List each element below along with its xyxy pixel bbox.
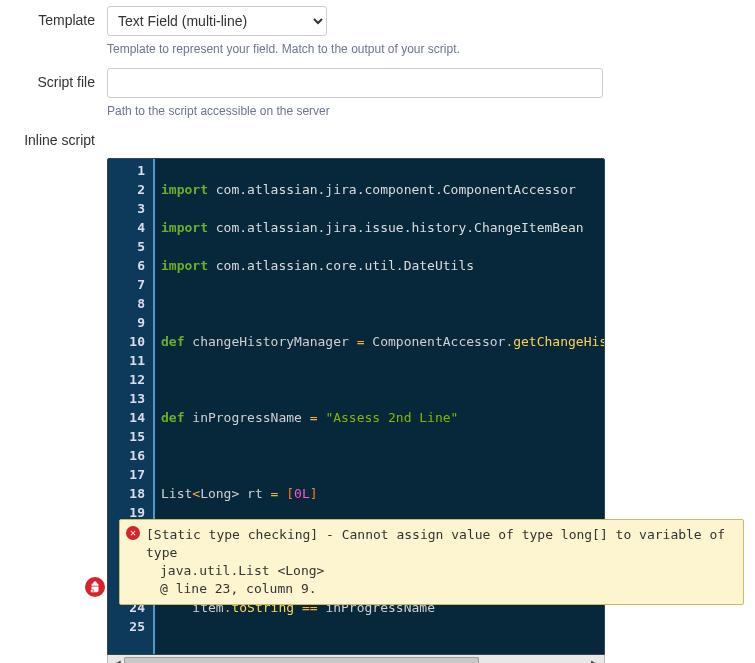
editor-horizontal-scrollbar[interactable]: ◀ ▶ xyxy=(107,655,605,663)
error-gutter-marker[interactable] xyxy=(85,577,105,597)
error-message-line: [Static type checking] - Cannot assign v… xyxy=(146,526,735,562)
scroll-left-icon[interactable]: ◀ xyxy=(110,656,124,663)
script-file-label: Script file xyxy=(0,68,107,90)
inline-script-label: Inline script xyxy=(0,130,107,148)
error-icon: ✕ xyxy=(126,526,140,540)
scroll-right-icon[interactable]: ▶ xyxy=(588,656,602,663)
error-tooltip: ✕ [Static type checking] - Cannot assign… xyxy=(119,519,744,605)
script-file-hint: Path to the script accessible on the ser… xyxy=(107,104,755,118)
error-message-line: java.util.List <Long> xyxy=(146,562,735,580)
error-location: @ line 23, column 9. xyxy=(146,580,735,598)
template-hint: Template to represent your field. Match … xyxy=(107,42,755,56)
template-select[interactable]: Text Field (multi-line) xyxy=(107,6,327,36)
script-file-input[interactable] xyxy=(107,68,603,98)
scroll-thumb[interactable] xyxy=(124,657,479,664)
template-label: Template xyxy=(0,6,107,28)
